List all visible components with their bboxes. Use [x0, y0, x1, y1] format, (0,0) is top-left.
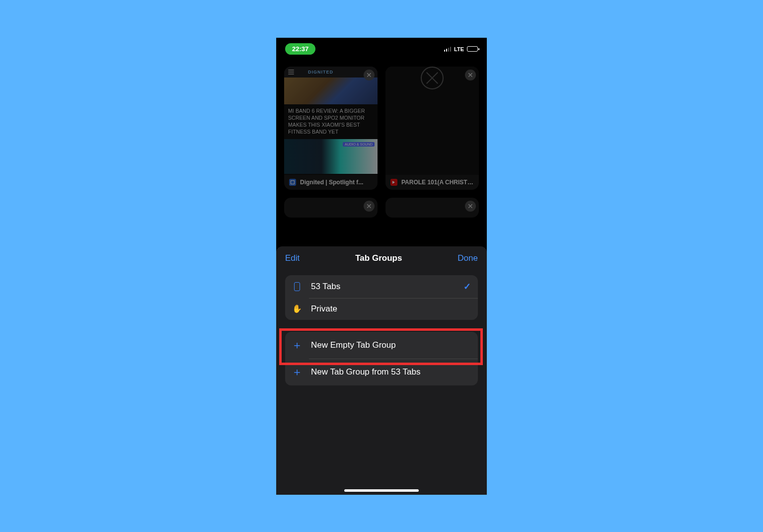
status-right: LTE	[444, 46, 478, 52]
tab-title: Dignited | Spotlight f...	[300, 179, 363, 186]
checkmark-icon: ✓	[463, 281, 471, 292]
article-second-image: AUDIO & SOUND	[284, 139, 378, 174]
close-tab-icon[interactable]: ✕	[364, 201, 375, 212]
done-button[interactable]: Done	[458, 253, 478, 263]
row-label: New Empty Tab Group	[311, 340, 471, 350]
cellular-signal-icon	[444, 47, 452, 52]
tab-card-dignited[interactable]: ✕ DIGNITED MI BAND 6 REVIEW: A BIGGER SC…	[284, 67, 378, 190]
favicon-dignited-icon	[289, 179, 296, 186]
plus-icon: ＋	[292, 365, 302, 380]
row-label: 53 Tabs	[311, 282, 455, 292]
status-time[interactable]: 22:37	[285, 43, 315, 55]
hamburger-icon	[288, 70, 294, 75]
private-row[interactable]: ✋ Private	[285, 298, 478, 320]
tab-card-stub[interactable]: ✕	[385, 198, 479, 218]
home-indicator[interactable]	[344, 489, 419, 492]
status-bar: 22:37 LTE	[276, 38, 487, 58]
article-hero-image	[284, 77, 378, 104]
tabs-row[interactable]: 53 Tabs ✓	[285, 275, 478, 298]
edit-button[interactable]: Edit	[285, 253, 300, 263]
close-tab-icon[interactable]: ✕	[465, 201, 476, 212]
close-tab-icon[interactable]: ✕	[465, 70, 476, 80]
tab-title: PAROLE 101(A CHRISTIA...	[401, 179, 474, 186]
network-type: LTE	[454, 46, 464, 52]
compass-icon	[421, 67, 444, 89]
phone-screen: 22:37 LTE ✕ DIGNITED MI BAND 6 REVIEW: A…	[276, 38, 487, 495]
sheet-title: Tab Groups	[355, 253, 402, 263]
hand-icon: ✋	[292, 304, 302, 313]
site-logo: DIGNITED	[308, 70, 333, 75]
favicon-youtube-icon	[390, 179, 397, 186]
battery-icon	[467, 46, 478, 52]
article-headline: MI BAND 6 REVIEW: A BIGGER SCREEN AND SP…	[284, 104, 378, 139]
category-badge: AUDIO & SOUND	[343, 142, 375, 147]
new-empty-tab-group-row[interactable]: ＋ New Empty Tab Group	[285, 332, 478, 359]
tabs-overview: ✕ DIGNITED MI BAND 6 REVIEW: A BIGGER SC…	[276, 58, 487, 218]
device-icon	[294, 282, 300, 291]
new-tab-group-from-tabs-row[interactable]: ＋ New Tab Group from 53 Tabs	[285, 359, 478, 385]
new-group-list: ＋ New Empty Tab Group ＋ New Tab Group fr…	[285, 332, 478, 385]
tab-card-parole[interactable]: ✕ PAROLE 101(A CHRISTIA...	[385, 67, 479, 190]
row-label: New Tab Group from 53 Tabs	[311, 367, 471, 377]
row-label: Private	[311, 304, 471, 314]
tab-group-list: 53 Tabs ✓ ✋ Private	[285, 275, 478, 320]
tab-groups-sheet: Edit Tab Groups Done 53 Tabs ✓ ✋ Private…	[276, 246, 487, 495]
sheet-header: Edit Tab Groups Done	[276, 246, 487, 270]
tab-card-stub[interactable]: ✕	[284, 198, 378, 218]
close-tab-icon[interactable]: ✕	[364, 70, 375, 80]
plus-icon: ＋	[292, 338, 302, 353]
